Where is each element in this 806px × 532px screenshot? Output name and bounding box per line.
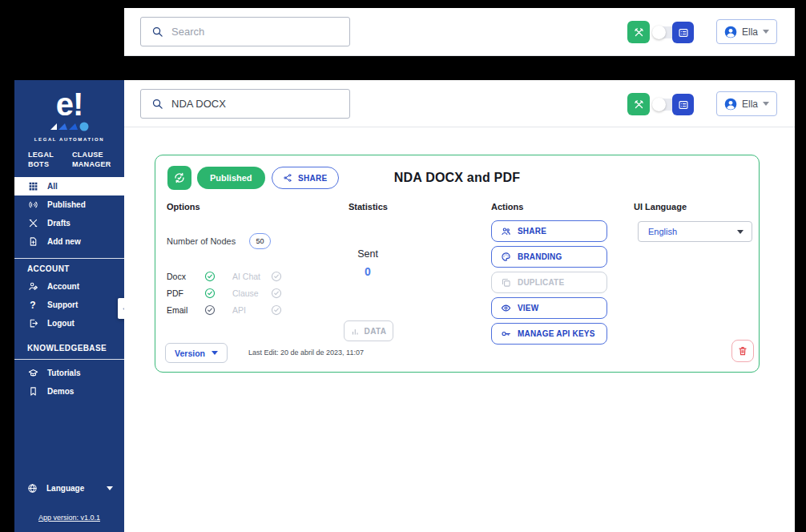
copy-icon — [501, 277, 511, 288]
sidebar-nav: All Published Drafts Add new — [14, 177, 124, 251]
column-header-statistics: Statistics — [349, 202, 388, 212]
data-button[interactable]: DATA — [344, 320, 393, 341]
action-manage-api-keys-button[interactable]: MANAGE API KEYS — [491, 323, 607, 345]
logout-icon — [27, 318, 38, 328]
search-box[interactable] — [140, 17, 350, 46]
sidebar-item-support[interactable]: ? Support — [14, 296, 124, 314]
check-circle-icon — [271, 288, 282, 299]
toggle-knob — [652, 26, 666, 39]
app-header: Ella — [124, 80, 795, 127]
form-builder-button[interactable] — [672, 22, 694, 43]
sent-value: 0 — [328, 265, 408, 278]
form-icon — [678, 27, 689, 38]
card-title: NDA DOCX and PDF — [155, 171, 759, 185]
tab-legal-bots[interactable]: LEGAL BOTS — [28, 150, 72, 169]
form-builder-button[interactable] — [672, 94, 694, 115]
delete-button[interactable] — [731, 340, 754, 362]
search-box[interactable] — [140, 89, 350, 119]
app-logo: e! LEGAL AUTOMATION — [14, 88, 124, 142]
logo-tagline: LEGAL AUTOMATION — [14, 137, 124, 142]
bar-chart-icon — [351, 327, 360, 336]
tab-clause-manager[interactable]: CLAUSE MANAGER — [72, 150, 116, 169]
palette-icon — [501, 252, 511, 262]
tools-icon — [633, 26, 645, 38]
sidebar-tabs: LEGAL BOTS CLAUSE MANAGER — [14, 150, 124, 169]
feature-row: PDF Clause — [167, 287, 282, 299]
section-title: ACCOUNT — [14, 259, 124, 277]
graduation-cap-icon — [27, 368, 38, 378]
globe-icon — [27, 483, 38, 494]
grid-icon — [27, 181, 38, 191]
search-icon — [151, 98, 163, 110]
sidebar-item-published[interactable]: Published — [14, 195, 124, 214]
sidebar-item-tutorials[interactable]: Tutorials — [14, 364, 124, 382]
language-selector[interactable]: Language — [14, 483, 124, 494]
action-branding-button[interactable]: BRANDING — [491, 246, 607, 268]
form-icon — [678, 99, 689, 111]
section-account: ACCOUNT Account ? Support Logout — [14, 258, 124, 332]
chevron-down-icon — [737, 230, 744, 234]
sidebar-item-add-new[interactable]: Add new — [14, 232, 124, 251]
language-label: Language — [46, 484, 84, 493]
user-menu-button[interactable]: Ella — [716, 91, 777, 116]
sidebar: e! LEGAL AUTOMATION LEGAL BOTS CLAUSE MA… — [14, 80, 124, 532]
key-icon — [501, 328, 511, 339]
logo-shapes — [49, 121, 91, 131]
trash-icon — [737, 345, 748, 357]
app-version-link[interactable]: App version: v1.0.1 — [14, 514, 124, 522]
action-view-button[interactable]: VIEW — [491, 297, 607, 319]
ui-language-select[interactable]: English — [638, 221, 752, 242]
people-icon — [501, 226, 511, 236]
avatar-icon — [724, 98, 737, 111]
user-menu-button[interactable]: Ella — [716, 19, 777, 44]
search-input[interactable] — [171, 26, 341, 38]
ui-language-value: English — [648, 227, 737, 236]
section-knowledgebase: KNOWLEDGEBASE Tutorials Demos — [14, 338, 124, 401]
version-dropdown-button[interactable]: Version — [165, 343, 228, 363]
sidebar-item-all[interactable]: All — [14, 177, 124, 195]
sidebar-item-demos[interactable]: Demos — [14, 382, 124, 401]
user-gear-icon — [27, 281, 38, 292]
tools-icon — [633, 99, 645, 111]
section-title: KNOWLEDGEBASE — [14, 338, 124, 360]
sidebar-item-logout[interactable]: Logout — [14, 314, 124, 332]
check-circle-icon — [204, 288, 232, 299]
chevron-down-icon — [763, 30, 769, 34]
check-circle-icon — [204, 271, 232, 282]
last-edit-text: Last Edit: 20 de abril de 2023, 11:07 — [248, 349, 364, 357]
action-share-button[interactable]: SHARE — [491, 220, 607, 242]
column-header-options: Options — [167, 202, 200, 212]
logo-wordmark: e! — [14, 88, 124, 120]
check-circle-icon — [271, 304, 282, 316]
feature-row: Email API — [167, 304, 282, 316]
chevron-down-icon — [763, 102, 769, 106]
eye-icon — [501, 303, 511, 313]
bot-card: Published SHARE NDA DOCX and PDF Options… — [155, 155, 760, 373]
check-circle-icon — [204, 304, 232, 316]
action-duplicate-button[interactable]: DUPLICATE — [491, 272, 607, 293]
search-input[interactable] — [171, 98, 341, 110]
floating-toolbar: Ella — [124, 8, 795, 56]
question-mark-icon: ? — [27, 300, 38, 311]
tools-button[interactable] — [627, 93, 650, 115]
sidebar-item-account[interactable]: Account — [14, 277, 124, 296]
feature-row: Docx AI Chat — [167, 270, 282, 282]
column-header-ui-language: UI Language — [634, 202, 687, 212]
chevron-down-icon — [212, 351, 218, 355]
search-icon — [151, 26, 163, 38]
file-plus-icon — [27, 236, 38, 247]
nodes-label: Number of Nodes — [167, 236, 236, 246]
user-name: Ella — [742, 26, 758, 38]
avatar-icon — [724, 26, 737, 38]
broadcast-icon — [27, 200, 38, 210]
tools-button[interactable] — [627, 21, 650, 43]
chevron-down-icon — [107, 486, 113, 490]
sidebar-item-drafts[interactable]: Drafts — [14, 214, 124, 232]
check-circle-icon — [271, 271, 282, 282]
toggle-knob — [652, 98, 666, 111]
nodes-count-badge: 50 — [249, 233, 271, 249]
sent-label: Sent — [328, 248, 408, 260]
column-header-actions: Actions — [491, 202, 523, 212]
main-content: Published SHARE NDA DOCX and PDF Options… — [124, 127, 795, 532]
user-name: Ella — [742, 99, 758, 110]
